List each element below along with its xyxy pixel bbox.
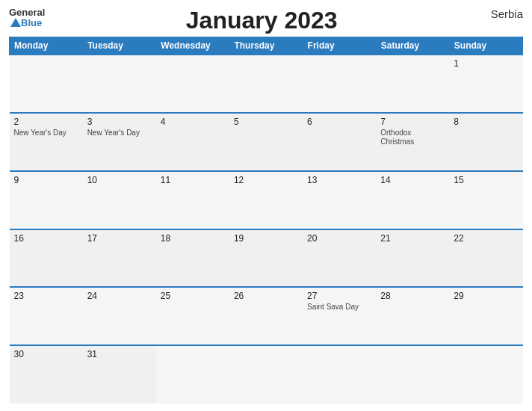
- day-number: 4: [161, 117, 225, 127]
- weekday-sunday: Sunday: [449, 37, 522, 55]
- calendar-day-cell: 31: [83, 345, 156, 404]
- calendar-day-cell: [303, 345, 376, 404]
- calendar-title: January 2023: [186, 7, 338, 34]
- day-number: 21: [380, 233, 445, 244]
- calendar-day-cell: 14: [376, 171, 449, 229]
- holiday-name: New Year's Day: [87, 129, 152, 137]
- calendar-week-row: 3031: [10, 345, 523, 404]
- day-number: 11: [161, 175, 225, 185]
- calendar-day-cell: 21: [376, 229, 449, 288]
- calendar-day-cell: 23: [10, 287, 83, 345]
- day-number: 25: [161, 291, 225, 301]
- weekday-monday: Monday: [10, 37, 83, 55]
- holiday-name: Orthodox Christmas: [380, 129, 445, 146]
- day-number: 14: [380, 175, 445, 185]
- weekday-header-row: Monday Tuesday Wednesday Thursday Friday…: [10, 37, 523, 55]
- day-number: 26: [234, 291, 298, 301]
- holiday-name: New Year's Day: [14, 129, 78, 137]
- day-number: 1: [454, 58, 518, 69]
- calendar-day-cell: 11: [156, 171, 229, 229]
- calendar-table: Monday Tuesday Wednesday Thursday Friday…: [9, 37, 523, 404]
- calendar-day-cell: 24: [83, 287, 156, 345]
- calendar-day-cell: [376, 345, 449, 404]
- calendar-day-cell: 28: [376, 287, 449, 345]
- calendar-day-cell: [156, 345, 229, 404]
- calendar-day-cell: 7Orthodox Christmas: [376, 113, 449, 171]
- weekday-thursday: Thursday: [229, 37, 303, 55]
- day-number: 27: [307, 291, 371, 301]
- calendar-day-cell: [83, 55, 156, 113]
- calendar-day-cell: 26: [229, 287, 303, 345]
- day-number: 18: [161, 233, 225, 244]
- calendar-week-row: 1: [10, 55, 523, 113]
- weekday-wednesday: Wednesday: [156, 37, 229, 55]
- calendar-day-cell: 27Saint Sava Day: [303, 287, 376, 345]
- calendar-day-cell: 8: [449, 113, 522, 171]
- calendar-day-cell: [229, 55, 303, 113]
- calendar-day-cell: [156, 55, 229, 113]
- calendar-day-cell: [303, 55, 376, 113]
- calendar-day-cell: [10, 55, 83, 113]
- day-number: 16: [14, 233, 78, 244]
- calendar-day-cell: 19: [229, 229, 303, 288]
- day-number: 29: [454, 291, 518, 301]
- calendar-day-cell: 6: [303, 113, 376, 171]
- day-number: 5: [234, 117, 298, 127]
- calendar-day-cell: 10: [83, 171, 156, 229]
- calendar-day-cell: 25: [156, 287, 229, 345]
- country-name: Serbia: [478, 7, 523, 20]
- calendar-body: 12New Year's Day3New Year's Day4567Ortho…: [10, 55, 523, 404]
- calendar-day-cell: 3New Year's Day: [83, 113, 156, 171]
- logo-general-text: General: [9, 7, 45, 18]
- calendar-week-row: 9101112131415: [10, 171, 523, 229]
- day-number: 20: [307, 233, 371, 244]
- day-number: 13: [307, 175, 371, 185]
- day-number: 12: [234, 175, 298, 185]
- day-number: 6: [307, 117, 371, 127]
- calendar-week-row: 16171819202122: [10, 229, 523, 288]
- calendar-day-cell: 20: [303, 229, 376, 288]
- day-number: 17: [87, 233, 152, 244]
- calendar-thead: Monday Tuesday Wednesday Thursday Friday…: [10, 37, 523, 55]
- calendar-week-row: 2324252627Saint Sava Day2829: [10, 287, 523, 345]
- weekday-tuesday: Tuesday: [83, 37, 156, 55]
- logo-blue-text: Blue: [21, 18, 42, 28]
- calendar-day-cell: 17: [83, 229, 156, 288]
- calendar-day-cell: 9: [10, 171, 83, 229]
- day-number: 24: [87, 291, 152, 301]
- day-number: 3: [87, 117, 152, 127]
- day-number: 15: [454, 175, 518, 185]
- calendar-day-cell: 29: [449, 287, 522, 345]
- day-number: 2: [14, 117, 78, 127]
- calendar-day-cell: [376, 55, 449, 113]
- calendar-title-block: January 2023: [45, 7, 478, 34]
- weekday-friday: Friday: [303, 37, 376, 55]
- day-number: 31: [87, 349, 152, 359]
- calendar-day-cell: [229, 345, 303, 404]
- calendar-day-cell: 1: [449, 55, 522, 113]
- logo-triangle-icon: [10, 18, 21, 27]
- day-number: 7: [380, 117, 445, 127]
- calendar-day-cell: 12: [229, 171, 303, 229]
- calendar-day-cell: 30: [10, 345, 83, 404]
- holiday-name: Saint Sava Day: [307, 303, 371, 312]
- day-number: 30: [14, 349, 78, 359]
- day-number: 28: [380, 291, 445, 301]
- logo: General Blue: [9, 7, 45, 29]
- calendar-day-cell: 5: [229, 113, 303, 171]
- day-number: 19: [234, 233, 298, 244]
- day-number: 10: [87, 175, 152, 185]
- calendar-day-cell: 13: [303, 171, 376, 229]
- calendar-day-cell: 15: [449, 171, 522, 229]
- calendar-day-cell: [449, 345, 522, 404]
- day-number: 9: [14, 175, 78, 185]
- calendar-page: General Blue January 2023 Serbia Monday …: [0, 0, 532, 411]
- day-number: 8: [454, 117, 518, 127]
- calendar-day-cell: 4: [156, 113, 229, 171]
- calendar-day-cell: 18: [156, 229, 229, 288]
- calendar-day-cell: 16: [10, 229, 83, 288]
- calendar-day-cell: 22: [449, 229, 522, 288]
- day-number: 22: [454, 233, 518, 244]
- calendar-header: General Blue January 2023 Serbia: [9, 7, 523, 34]
- calendar-day-cell: 2New Year's Day: [10, 113, 83, 171]
